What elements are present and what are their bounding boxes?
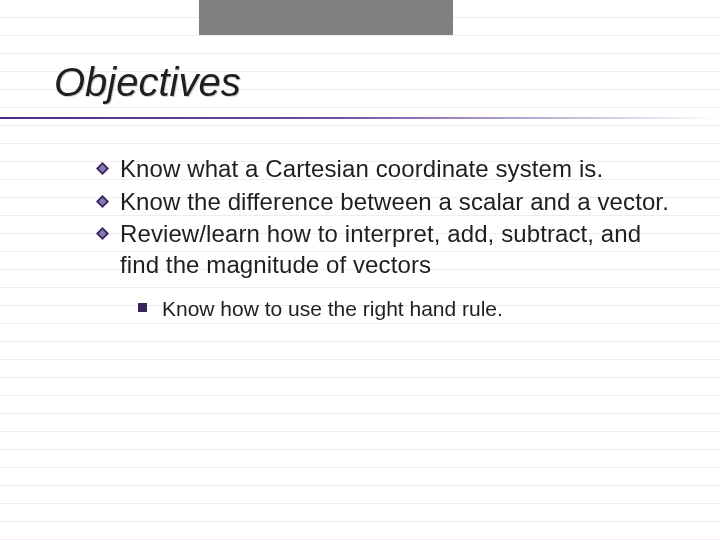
bullet-item: Know what a Cartesian coordinate system …	[96, 154, 678, 185]
slide-title: Objectives	[54, 60, 241, 105]
bullet-item: Review/learn how to interpret, add, subt…	[96, 219, 678, 280]
bullet-text: Review/learn how to interpret, add, subt…	[120, 220, 641, 278]
bullet-list: Know what a Cartesian coordinate system …	[96, 154, 678, 322]
sub-bullet-text: Know how to use the right hand rule.	[162, 297, 503, 320]
diamond-bullet-icon	[96, 195, 109, 208]
bullet-text: Know what a Cartesian coordinate system …	[120, 155, 603, 182]
diamond-bullet-icon	[96, 227, 109, 240]
bullet-text: Know the difference between a scalar and…	[120, 188, 669, 215]
square-bullet-icon	[138, 303, 147, 312]
sub-bullet-list: Know how to use the right hand rule.	[138, 295, 678, 322]
title-underline	[0, 117, 720, 119]
bullet-item: Know the difference between a scalar and…	[96, 187, 678, 218]
top-grey-tab	[199, 0, 453, 35]
diamond-bullet-icon	[96, 162, 109, 175]
sub-bullet-item: Know how to use the right hand rule.	[138, 295, 678, 322]
